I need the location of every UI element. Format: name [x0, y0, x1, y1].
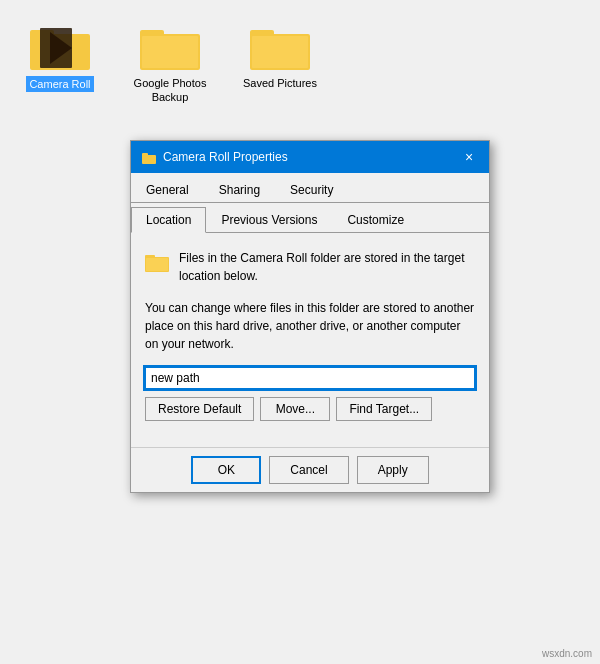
restore-default-button[interactable]: Restore Default [145, 397, 254, 421]
watermark: wsxdn.com [542, 648, 592, 659]
ok-button[interactable]: OK [191, 456, 261, 484]
dialog-close-button[interactable]: × [459, 147, 479, 167]
tab-security[interactable]: Security [275, 177, 348, 203]
dialog-titlebar: Camera Roll Properties × [131, 141, 489, 173]
svg-rect-6 [142, 36, 198, 68]
dialog-footer: OK Cancel Apply [131, 447, 489, 492]
folder-camera-roll-icon [30, 20, 90, 72]
location-info-secondary: You can change where files in this folde… [145, 299, 475, 353]
cancel-button[interactable]: Cancel [269, 456, 348, 484]
tab-sharing[interactable]: Sharing [204, 177, 275, 203]
dialog-title-text: Camera Roll Properties [163, 150, 288, 164]
properties-dialog: Camera Roll Properties × General Sharing… [130, 140, 490, 493]
move-button[interactable]: Move... [260, 397, 330, 421]
dialog-content: Files in the Camera Roll folder are stor… [131, 233, 489, 447]
folder-google-photos[interactable]: Google Photos Backup [130, 20, 210, 105]
dialog-title-left: Camera Roll Properties [141, 149, 288, 165]
tab-general[interactable]: General [131, 177, 204, 203]
svg-rect-14 [146, 258, 168, 271]
folder-camera-roll-label: Camera Roll [26, 76, 93, 92]
folder-google-photos-icon [140, 20, 200, 72]
find-target-button[interactable]: Find Target... [336, 397, 432, 421]
svg-rect-9 [252, 36, 308, 68]
folder-saved-pictures-icon [250, 20, 310, 72]
location-info-row: Files in the Camera Roll folder are stor… [145, 249, 475, 285]
folder-small-icon [145, 251, 169, 273]
folder-saved-pictures-label: Saved Pictures [243, 76, 317, 90]
folder-camera-roll[interactable]: Camera Roll [20, 20, 100, 92]
dialog-title-icon [141, 149, 157, 165]
svg-rect-11 [142, 153, 148, 157]
tab-location[interactable]: Location [131, 207, 206, 233]
tab-previous-versions[interactable]: Previous Versions [206, 207, 332, 233]
tabs-row-1: General Sharing Security [131, 173, 489, 203]
folder-saved-pictures[interactable]: Saved Pictures [240, 20, 320, 90]
path-input[interactable] [145, 367, 475, 389]
tabs-row-2: Location Previous Versions Customize [131, 203, 489, 233]
apply-button[interactable]: Apply [357, 456, 429, 484]
folder-google-photos-label: Google Photos Backup [130, 76, 210, 105]
tab-customize[interactable]: Customize [332, 207, 419, 233]
action-buttons-row: Restore Default Move... Find Target... [145, 397, 475, 421]
location-info-text: Files in the Camera Roll folder are stor… [179, 249, 475, 285]
